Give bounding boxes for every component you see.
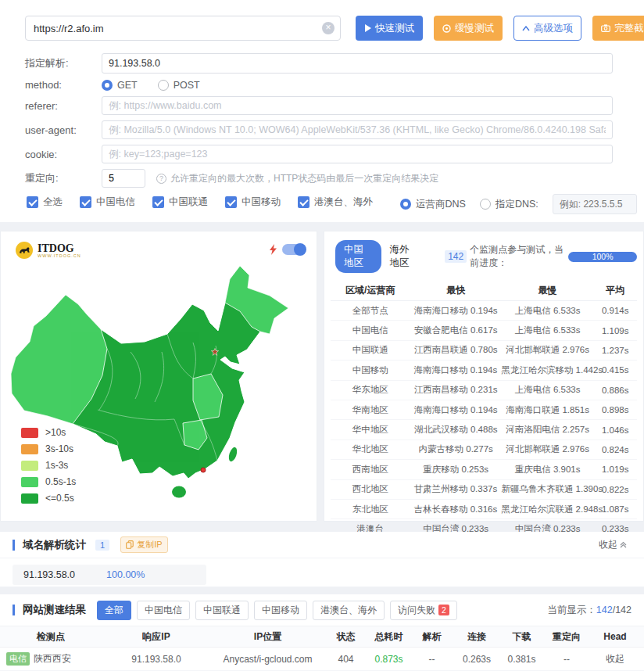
cell: 河北邯郸联通 2.976s [502, 344, 593, 356]
table-row: 华东地区江西南昌移动 0.231s上海电信 6.533s0.886s [331, 381, 637, 400]
referer-label: referer: [25, 100, 102, 112]
cell: 江西南昌联通 0.780s [410, 344, 501, 356]
cell: 华东地区 [331, 384, 410, 396]
referer-input[interactable] [102, 96, 613, 115]
total-time-cell: 0.873s [367, 654, 410, 665]
isp-filters: 全选 中国电信 中国联通 中国移动 港澳台、海外 [27, 196, 373, 209]
full-screenshot-button[interactable]: 完整截图 [592, 16, 644, 41]
cell: 中国移动 [331, 364, 410, 376]
dns-cell: -- [410, 654, 453, 665]
cell: 重庆移动 0.253s [410, 464, 501, 475]
table-row: 东北地区吉林长春移动 0.316s黑龙江哈尔滨联通 2.948s1.087s [331, 500, 637, 519]
cell: 吉林长春移动 0.316s [410, 504, 501, 515]
dns-count-badge: 1 [95, 540, 109, 551]
cell: 0.824s [593, 445, 637, 454]
cell: 1.087s [593, 504, 637, 514]
collapse-button[interactable]: 收起 [599, 538, 627, 551]
checkbox-china-unicom[interactable]: 中国联通 [152, 196, 208, 209]
cell: 海南海口联通 1.851s [502, 404, 593, 416]
legend-swatch [21, 428, 38, 438]
copy-icon [126, 540, 134, 549]
chevron-up-icon [522, 26, 530, 31]
advanced-options-button[interactable]: 高级选项 [513, 16, 581, 41]
results-header: 中国地区 海外地区 142 个监测点参与测试，当前进度： 100% [324, 231, 643, 279]
tab-overseas-region[interactable]: 海外地区 [390, 243, 419, 270]
cell: 0.415s [593, 365, 637, 375]
tab-china-mobile[interactable]: 中国移动 [254, 601, 307, 620]
legend-label: >10s [45, 427, 66, 438]
slow-test-button[interactable]: 缓慢测试 [434, 16, 503, 41]
custom-dns-input [553, 194, 637, 214]
custom-dns-radio[interactable]: 指定DNS: [480, 198, 538, 211]
cookie-row: cookie: [25, 145, 613, 163]
clock-icon [442, 24, 451, 33]
cell: 东北地区 [331, 504, 410, 515]
cell: 0.898s [593, 405, 637, 414]
map-tools [270, 244, 306, 255]
toggle-knob [294, 243, 306, 256]
checkbox-label: 中国联通 [169, 196, 208, 209]
cell: 新疆乌鲁木齐联通 1.390s [501, 483, 593, 495]
method-label: method: [25, 79, 102, 91]
legend-swatch [21, 477, 38, 487]
checkbox-checked-icon [152, 196, 164, 208]
tab-hk-mo-tw-overseas[interactable]: 港澳台、海外 [313, 601, 385, 620]
table-row: 华北地区内蒙古移动 0.277s河北邯郸联通 2.976s0.824s [331, 440, 637, 460]
resolve-row: 指定解析: [25, 53, 613, 74]
double-chevron-up-icon [620, 541, 627, 548]
col-redirect: 重定向 [543, 630, 590, 644]
dns-stats-header: 域名解析统计 1 复制IP 收起 [0, 532, 644, 558]
legend-label: 1s-3s [45, 460, 68, 471]
col-connect: 连接 [453, 630, 500, 644]
map-toggle[interactable] [282, 244, 306, 255]
speed-table-header: 检测点 响应IP IP位置 状态 总耗时 解析 连接 下载 重定向 Head [0, 626, 644, 648]
checkbox-label: 中国移动 [242, 196, 281, 209]
tab-failed[interactable]: 访问失败 2 [390, 601, 457, 620]
checkbox-china-mobile[interactable]: 中国移动 [225, 196, 281, 209]
method-get-radio[interactable]: GET [102, 80, 138, 91]
legend-label: 3s-10s [45, 443, 73, 454]
checkbox-hk-mo-tw-overseas[interactable]: 港澳台、海外 [298, 196, 373, 209]
copy-ip-button[interactable]: 复制IP [120, 536, 167, 553]
method-post-radio[interactable]: POST [158, 80, 200, 91]
tab-china-unicom[interactable]: 中国联通 [195, 601, 249, 620]
cookie-input[interactable] [102, 145, 613, 163]
cell: 0.822s [593, 485, 637, 494]
checkbox-china-telecom[interactable]: 中国电信 [80, 196, 135, 209]
checkbox-checked-icon [80, 196, 91, 208]
china-map-panel: ITDOG WWW.ITDOG.CN [0, 231, 317, 522]
resolve-input[interactable] [102, 53, 613, 74]
tab-china-region[interactable]: 中国地区 [335, 240, 381, 273]
legend-label: <=0.5s [45, 493, 74, 504]
cell: 上海电信 6.533s [502, 305, 593, 317]
cell: 0.914s [593, 306, 637, 315]
redirect-input[interactable] [102, 169, 145, 188]
copy-ip-label: 复制IP [137, 539, 162, 551]
download-cell: 0.381s [500, 654, 543, 665]
cookie-label: cookie: [25, 149, 102, 160]
cell: 华北地区 [331, 443, 410, 455]
tab-china-telecom[interactable]: 中国电信 [137, 601, 190, 620]
quick-test-button[interactable]: 快速测试 [356, 16, 423, 41]
taiwan-island[interactable] [227, 447, 238, 463]
tab-all[interactable]: 全部 [97, 601, 131, 620]
checkbox-checked-icon [298, 196, 309, 208]
url-input[interactable] [25, 16, 341, 41]
isp-badge: 电信 [6, 652, 30, 666]
cell: 海南海口移动 0.194s [410, 305, 501, 317]
node-count-badge: 142 [445, 250, 467, 263]
clear-icon[interactable] [322, 22, 335, 34]
col-head: Head [590, 631, 640, 642]
radio-off-icon [158, 80, 169, 91]
resolved-ip-item[interactable]: 91.193.58.0 100.00% [13, 565, 206, 585]
cell: 内蒙古移动 0.277s [410, 443, 501, 455]
cell: 华中地区 [331, 424, 410, 436]
cell: 1.237s [593, 346, 637, 355]
head-toggle[interactable]: 收起 [590, 652, 640, 666]
hainan-island[interactable] [172, 486, 186, 498]
checkbox-select-all[interactable]: 全选 [27, 196, 63, 209]
cell: 上海电信 6.533s [502, 384, 593, 396]
isp-dns-radio[interactable]: 运营商DNS [400, 198, 466, 211]
user-agent-input[interactable] [102, 120, 613, 139]
legend-label: 0.5s-1s [45, 476, 76, 487]
